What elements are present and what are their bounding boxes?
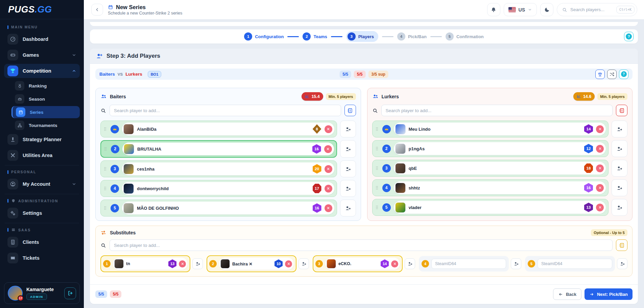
steamid-input[interactable] <box>431 259 506 269</box>
swap-player-button[interactable] <box>612 121 627 137</box>
substitutes-roster-button[interactable] <box>616 239 627 251</box>
swap-player-button[interactable] <box>617 258 627 269</box>
swap-player-button[interactable] <box>612 199 627 216</box>
lurkers-player-list: Meu Lindo 14 2 <box>372 121 628 216</box>
remove-player-button[interactable] <box>596 145 604 153</box>
steamid-input[interactable] <box>538 259 612 269</box>
ticket-icon <box>7 253 18 263</box>
swap-player-button[interactable] <box>340 140 356 158</box>
swap-player-button[interactable] <box>192 258 203 269</box>
next-step-button[interactable]: Next: Pick/Ban <box>585 288 633 300</box>
rating-badge: 16 <box>312 144 321 154</box>
lurkers-roster-button[interactable] <box>616 105 627 116</box>
player-avatar <box>123 164 134 174</box>
swap-player-button[interactable] <box>612 140 627 157</box>
optional-badge: Optional - Up to 5 <box>591 229 627 236</box>
drag-handle-icon[interactable] <box>103 186 108 191</box>
rating-badge: 10 <box>275 259 283 268</box>
drag-handle-icon[interactable] <box>375 205 379 210</box>
global-search[interactable]: Ctrl+K <box>557 3 637 16</box>
step-configuration[interactable]: 1Configuration <box>244 32 284 41</box>
remove-player-button[interactable] <box>325 165 332 173</box>
sidebar-item-season[interactable]: Season <box>11 93 80 105</box>
page-title: New Series <box>116 4 146 10</box>
section-administration: ADMINISTRATION <box>7 199 76 203</box>
substitutes-search-input[interactable] <box>110 239 613 251</box>
player-avatar <box>123 203 134 213</box>
logout-button[interactable] <box>64 287 76 299</box>
person-add-icon <box>620 261 625 266</box>
player-row: 5 vlader 13 <box>372 199 628 216</box>
player-number-badge: 3 <box>382 164 391 173</box>
remove-player-button[interactable] <box>325 204 332 212</box>
swap-arrows-icon <box>100 230 106 236</box>
drag-handle-icon[interactable] <box>103 205 108 211</box>
balance-teams-button[interactable] <box>595 70 605 79</box>
remove-player-button[interactable] <box>324 145 332 153</box>
teams-help-button[interactable]: ? <box>619 70 628 79</box>
drag-handle-icon[interactable] <box>103 146 108 152</box>
remove-player-button[interactable] <box>325 185 332 192</box>
swap-player-button[interactable] <box>340 200 356 216</box>
match-summary-bar: Baiters VS Lurkers BO1 5/5 5/5 3/5 sup ? <box>95 69 633 80</box>
drag-handle-icon[interactable] <box>103 166 108 172</box>
drag-handle-icon[interactable] <box>375 165 379 171</box>
swap-player-button[interactable] <box>405 258 415 269</box>
swap-player-button[interactable] <box>612 179 627 196</box>
language-selector[interactable]: US <box>504 3 537 16</box>
drag-handle-icon[interactable] <box>375 185 379 190</box>
swap-player-button[interactable] <box>340 180 356 197</box>
player-avatar <box>124 144 134 154</box>
step-pickban[interactable]: 4Pick/Ban <box>397 32 427 41</box>
baiters-roster-button[interactable] <box>344 105 356 116</box>
sidebar-item-strategy-planner[interactable]: Strategy Planner <box>4 132 80 147</box>
remove-player-button[interactable] <box>596 125 604 133</box>
swap-player-button[interactable] <box>299 258 309 269</box>
sidebar-item-games[interactable]: Games <box>4 48 80 62</box>
help-button[interactable]: ? <box>624 32 634 41</box>
user-card[interactable]: 17 Kamarguete ADMIN <box>4 282 80 304</box>
app-logo[interactable]: PUGS.GG <box>0 0 84 19</box>
remove-player-button[interactable] <box>179 260 186 267</box>
swap-player-button[interactable] <box>340 160 356 177</box>
swap-player-button[interactable] <box>340 121 356 137</box>
sidebar-item-dashboard[interactable]: Dashboard <box>4 32 80 46</box>
step-teams[interactable]: 2Teams <box>303 32 327 41</box>
step-confirmation[interactable]: 5Confirmation <box>446 32 484 41</box>
sidebar-item-series[interactable]: Series <box>11 106 80 118</box>
team-a-count-badge: 5/5 <box>95 290 107 298</box>
sidebar-item-competition[interactable]: Competition <box>4 64 80 78</box>
player-avatar <box>123 124 134 134</box>
back-step-button[interactable]: Back <box>553 288 581 300</box>
sidebar-item-tickets[interactable]: Tickets <box>4 251 80 265</box>
trophy-icon <box>7 66 18 76</box>
sidebar-item-tournaments[interactable]: Tournaments <box>11 119 80 131</box>
baiters-player-search-input[interactable] <box>110 105 341 116</box>
drag-handle-icon[interactable] <box>375 126 379 132</box>
sidebar-item-settings[interactable]: Settings <box>4 206 80 220</box>
dark-mode-toggle[interactable] <box>540 3 553 16</box>
search-input[interactable] <box>570 7 613 12</box>
notifications-button[interactable] <box>487 3 500 16</box>
remove-player-button[interactable] <box>596 184 604 192</box>
remove-player-button[interactable] <box>285 260 292 267</box>
back-button[interactable] <box>91 4 103 16</box>
sidebar-item-clients[interactable]: Clients <box>4 235 80 249</box>
sidebar-item-utilities-area[interactable]: Utilities Area <box>4 148 80 162</box>
step-players[interactable]: 3Players <box>346 31 378 42</box>
drag-handle-icon[interactable] <box>103 126 108 132</box>
sidebar-item-ranking[interactable]: Ranking <box>11 80 80 92</box>
remove-player-button[interactable] <box>325 125 332 133</box>
swap-player-button[interactable] <box>511 258 521 269</box>
shuffle-teams-button[interactable] <box>607 70 617 79</box>
divider <box>5 194 79 194</box>
swap-player-button[interactable] <box>612 160 627 177</box>
remove-player-button[interactable] <box>596 164 604 172</box>
rating-badge: 14 <box>381 259 389 268</box>
remove-player-button[interactable] <box>391 260 398 267</box>
sidebar-item-my-account[interactable]: My Account <box>4 177 80 191</box>
lurkers-player-search-input[interactable] <box>381 105 613 116</box>
remove-player-button[interactable] <box>596 204 604 211</box>
arrow-right-icon <box>589 292 594 297</box>
drag-handle-icon[interactable] <box>375 146 379 151</box>
